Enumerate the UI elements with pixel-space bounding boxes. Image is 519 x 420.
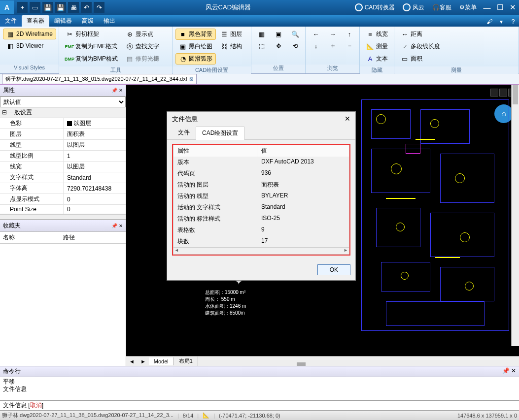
properties-scrollbar[interactable]	[0, 214, 126, 219]
canvas-vscrollbar[interactable]	[511, 85, 519, 346]
nav-down[interactable]: ↓	[309, 40, 323, 51]
qa-print-icon[interactable]: 🖶	[68, 2, 79, 13]
tab-editor[interactable]: 编辑器	[49, 15, 77, 27]
find-text-button[interactable]: Ⓐ查找文字	[122, 41, 163, 52]
structure-button[interactable]: ⛓结构	[217, 41, 245, 52]
close-button[interactable]: ✕	[506, 3, 519, 12]
viewer3d-button[interactable]: ◧3D Viewer	[3, 40, 56, 51]
pos-btn-1[interactable]: ▦	[254, 29, 269, 39]
nav-up[interactable]: ↑	[342, 29, 357, 39]
dialog-title-text: 文件信息	[172, 115, 198, 124]
fit-icon: ▣	[275, 30, 282, 38]
command-cancel[interactable]: 取消	[30, 401, 42, 410]
document-tab[interactable]: 狮子林.dwg2020-07-27_11_11_38_015.dwg2020-0…	[2, 74, 197, 84]
layers-button[interactable]: ☰图层	[217, 29, 245, 40]
status-tool-icon[interactable]: 📐	[203, 412, 209, 419]
tab-file[interactable]: 文件	[0, 15, 22, 27]
property-value[interactable]: 面积表	[64, 129, 126, 139]
white-bg-button[interactable]: ▣黑白绘图	[175, 41, 216, 52]
nav-left[interactable]: ←	[309, 29, 323, 39]
pin-icon[interactable]: 📌 ✕	[111, 88, 123, 93]
qa-undo-icon[interactable]: ↶	[81, 2, 92, 13]
app-logo: A	[0, 0, 14, 14]
dialog-tab-file[interactable]: 文件	[172, 127, 196, 139]
model-tab-model[interactable]: Model	[149, 357, 174, 365]
command-input-bar[interactable]: 文件信息 [ 取消 ]	[0, 400, 519, 410]
properties-selector[interactable]: 默认值	[0, 97, 126, 107]
polyline-button[interactable]: ⟋多段线长度	[397, 41, 444, 52]
black-bg-button[interactable]: ■黑色背景	[175, 29, 216, 40]
qa-saveas-icon[interactable]: 💾	[55, 2, 66, 13]
fav-pin-icon[interactable]: 📌 ✕	[111, 223, 123, 228]
tab-output[interactable]: 输出	[99, 15, 120, 27]
paint-icon[interactable]: 🖌	[484, 17, 494, 27]
property-key: 点显示模式	[0, 194, 64, 204]
model-tab-next[interactable]: ►	[138, 358, 149, 364]
pos-btn-5[interactable]: ✥	[271, 40, 286, 51]
cmd-pin-icon[interactable]: 📌 ✕	[502, 367, 516, 376]
fav-col-name: 名称	[3, 233, 63, 242]
property-row[interactable]: 色彩以图层	[0, 118, 126, 129]
property-value[interactable]: 1	[64, 151, 126, 161]
copy-bmp-button[interactable]: BMP复制为BMP格式	[62, 53, 121, 65]
property-value[interactable]: Standard	[64, 172, 126, 183]
clip-frame-button[interactable]: ✂剪切框架	[62, 29, 121, 40]
property-row[interactable]: 线型比例1	[0, 151, 126, 162]
dialog-tab-settings[interactable]: CAD绘图设置	[196, 127, 244, 140]
property-value[interactable]: 7290.702148438	[64, 183, 126, 194]
close-tab-icon[interactable]: ⊠	[189, 76, 193, 82]
area-button[interactable]: ▭面积	[397, 53, 444, 65]
dialog-ok-button[interactable]: OK	[317, 264, 350, 275]
text-button[interactable]: A文本	[363, 53, 391, 65]
cad-converter-button[interactable]: CAD转换器	[351, 0, 399, 15]
maximize-button[interactable]: ☐	[493, 3, 506, 12]
pos-btn-2[interactable]: ▣	[271, 29, 286, 39]
wireframe-button[interactable]: ▦2D Wireframe	[3, 29, 56, 39]
nav-right[interactable]: →	[325, 29, 340, 39]
copy-emf-button[interactable]: EMF复制为EMF格式	[62, 41, 121, 52]
property-value[interactable]: 以图层	[64, 162, 126, 172]
model-tab-layout1[interactable]: 布局1	[174, 356, 198, 366]
property-value[interactable]: 以图层	[64, 140, 126, 150]
tab-viewer[interactable]: 查看器	[22, 15, 49, 27]
model-tab-prev[interactable]: ◄	[126, 358, 138, 364]
smooth-arc-button[interactable]: ◔圆滑弧形	[175, 53, 216, 65]
show-points-button[interactable]: ⊕显示点	[122, 29, 163, 40]
dialog-cell-key: 活动的 图层	[173, 179, 257, 191]
service-button[interactable]: 🎧 客服	[428, 0, 455, 15]
linewidth-button[interactable]: ≡线宽	[363, 29, 391, 40]
distance-button[interactable]: ↔距离	[397, 29, 444, 40]
dialog-hscrollbar[interactable]	[173, 247, 349, 254]
nav-plus[interactable]: ＋	[325, 40, 340, 51]
qa-new-icon[interactable]: ＋	[17, 2, 28, 13]
dialog-row: 活动的 线型BYLAYER	[173, 191, 349, 202]
property-row[interactable]: 图层面积表	[0, 129, 126, 140]
property-row[interactable]: 字体高7290.702148438	[0, 183, 126, 194]
property-row[interactable]: 点显示模式0	[0, 194, 126, 205]
property-row[interactable]: Point Size0	[0, 205, 126, 214]
measure-h-button[interactable]: 📐测量	[363, 41, 391, 52]
tab-advanced[interactable]: 高级	[77, 15, 99, 27]
dialog-titlebar[interactable]: 文件信息 ✕	[167, 112, 355, 127]
property-value[interactable]: 0	[64, 205, 126, 214]
property-row[interactable]: 线型以图层	[0, 140, 126, 151]
nav-minus[interactable]: －	[342, 40, 357, 51]
fengyun-button[interactable]: 风云	[399, 0, 428, 15]
pos-btn-3[interactable]: 🔍	[288, 29, 303, 39]
properties-section[interactable]: ⊟ 一般设置	[0, 107, 126, 118]
dialog-close-icon[interactable]: ✕	[345, 115, 350, 124]
help-icon[interactable]: ?	[508, 17, 518, 27]
property-row[interactable]: 文字样式Standard	[0, 172, 126, 183]
property-row[interactable]: 线宽以图层	[0, 162, 126, 172]
qa-open-icon[interactable]: ▭	[30, 2, 40, 13]
menu-button[interactable]: ⚙ 菜单	[455, 0, 481, 15]
property-value[interactable]: 0	[64, 194, 126, 204]
favorites-header: 收藏夹 📌 ✕	[0, 220, 126, 232]
property-value[interactable]: 以图层	[64, 118, 126, 129]
minimize-button[interactable]: —	[481, 3, 493, 12]
dropdown-icon[interactable]: ▾	[496, 17, 506, 27]
qa-save-icon[interactable]: 💾	[42, 2, 53, 13]
qa-redo-icon[interactable]: ↷	[94, 2, 104, 13]
pos-btn-4[interactable]: ⬚	[254, 40, 269, 51]
pos-btn-6[interactable]: ⟲	[288, 40, 303, 51]
